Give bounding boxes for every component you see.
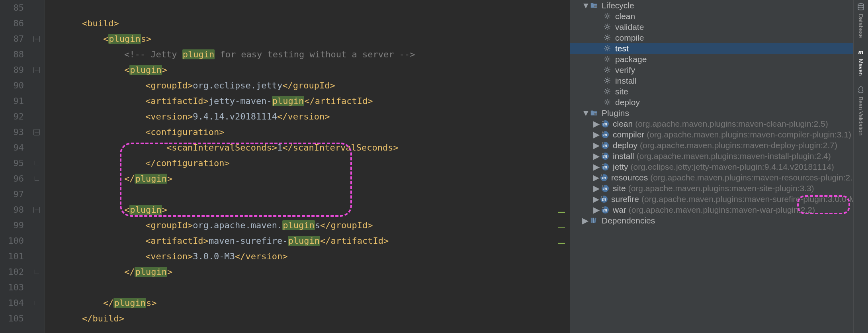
maven-tool-window[interactable]: ▼Lifecyclecleanvalidatecompiletestpackag… (570, 0, 853, 333)
folder-gear-icon (590, 109, 598, 118)
tree-label: site (615, 86, 628, 97)
toolwindow-tab-label: Database (858, 14, 864, 38)
line-number: 103 (0, 280, 29, 295)
tree-expand-closed-icon[interactable]: ▶ (593, 204, 600, 215)
toolwindow-tab-maven[interactable]: Maven (857, 48, 864, 76)
code-line[interactable]: <scanIntervalSeconds>1</scanIntervalSeco… (45, 140, 570, 155)
code-line[interactable]: <version>9.4.14.v20181114</version> (45, 109, 570, 124)
lifecycle-item-compile[interactable]: compile (570, 32, 853, 43)
code-line[interactable]: <plugins> (45, 31, 570, 47)
plugin-item-resources[interactable]: ▶resources(org.apache.maven.plugins:mave… (570, 172, 853, 183)
tree-detail: (org.apache.maven.plugins:maven-clean-pl… (635, 118, 828, 129)
code-line[interactable] (45, 186, 570, 202)
tree-label: validate (615, 22, 644, 32)
gear-icon (603, 87, 612, 96)
lifecycle-item-install[interactable]: install (570, 75, 853, 86)
code-line[interactable]: <artifactId>maven-surefire-plugin</artif… (45, 233, 570, 249)
code-line[interactable]: <plugin> (45, 202, 570, 217)
plugin-item-jetty[interactable]: ▶jetty(org.eclipse.jetty:jetty-maven-plu… (570, 161, 853, 172)
gear-icon (603, 33, 612, 42)
tree-expand-closed-icon[interactable]: ▶ (593, 151, 600, 161)
tree-detail: (org.apache.maven.plugins:maven-install-… (637, 151, 831, 161)
fold-collapse-icon[interactable] (33, 207, 40, 213)
lifecycle-item-verify[interactable]: verify (570, 65, 853, 75)
code-line[interactable]: <!-- Jetty plugin for easy testing witho… (45, 47, 570, 62)
maven-plugin-icon (601, 130, 610, 139)
code-line[interactable]: </build> (45, 311, 570, 326)
plugin-item-install[interactable]: ▶install(org.apache.maven.plugins:maven-… (570, 151, 853, 161)
plugin-item-deploy[interactable]: ▶deploy(org.apache.maven.plugins:maven-d… (570, 140, 853, 151)
gear-icon (603, 66, 612, 74)
plugin-item-war[interactable]: ▶war(org.apache.maven.plugins:maven-war-… (570, 204, 853, 215)
code-line[interactable]: <configuration> (45, 124, 570, 140)
fold-slot (29, 124, 45, 140)
gear-icon (603, 12, 612, 21)
tree-expand-closed-icon[interactable]: ▶ (593, 129, 600, 140)
tree-node-lifecycle[interactable]: ▼Lifecycle (570, 0, 853, 11)
tree-label: clean (615, 11, 635, 22)
tree-expand-closed-icon[interactable]: ▶ (593, 172, 599, 183)
code-line[interactable]: <build> (45, 16, 570, 31)
lifecycle-item-test[interactable]: test (570, 43, 853, 54)
code-line[interactable]: </plugin> (45, 171, 570, 186)
fold-slot (29, 16, 45, 31)
toolwindow-tab-bean-validation[interactable]: Bean Validation (857, 86, 864, 135)
code-line[interactable]: </plugin> (45, 264, 570, 280)
tree-node-dependencies[interactable]: ▶Dependencies (570, 215, 853, 226)
fold-collapse-icon[interactable] (33, 36, 40, 42)
maven-plugin-icon (601, 119, 610, 128)
gear-icon (603, 55, 612, 64)
tree-label: install (613, 151, 634, 161)
code-line[interactable]: <groupId>org.eclipse.jetty</groupId> (45, 78, 570, 93)
line-number: 93 (0, 124, 29, 140)
line-number: 99 (0, 217, 29, 233)
fold-slot (29, 155, 45, 171)
fold-gutter (29, 0, 45, 333)
line-number: 95 (0, 155, 29, 171)
maven-plugin-icon (601, 163, 610, 171)
diff-add-marker: — (558, 204, 565, 218)
fold-slot (29, 171, 45, 186)
database-icon (857, 3, 864, 12)
code-line[interactable] (45, 280, 570, 295)
tree-label: install (615, 75, 637, 86)
tree-node-plugins[interactable]: ▼Plugins (570, 108, 853, 118)
fold-slot (29, 109, 45, 124)
lifecycle-item-site[interactable]: site (570, 86, 853, 97)
tree-expand-closed-icon[interactable]: ▶ (593, 118, 600, 129)
tree-expand-open-icon[interactable]: ▼ (582, 0, 589, 11)
code-line[interactable]: <artifactId>jetty-maven-plugin</artifact… (45, 93, 570, 109)
lifecycle-item-clean[interactable]: clean (570, 11, 853, 22)
tree-expand-closed-icon[interactable]: ▶ (593, 161, 600, 172)
code-line[interactable]: <groupId>org.apache.maven.plugins</group… (45, 217, 570, 233)
fold-slot (29, 186, 45, 202)
toolwindow-tab-database[interactable]: Database (857, 3, 864, 38)
fold-collapse-icon[interactable] (33, 129, 40, 135)
tree-expand-closed-icon[interactable]: ▶ (582, 215, 589, 226)
plugin-item-site[interactable]: ▶site(org.apache.maven.plugins:maven-sit… (570, 183, 853, 194)
tree-label: jetty (613, 161, 628, 172)
gear-icon (603, 98, 612, 107)
plugin-item-clean[interactable]: ▶clean(org.apache.maven.plugins:maven-cl… (570, 118, 853, 129)
lifecycle-item-package[interactable]: package (570, 54, 853, 65)
tree-expand-open-icon[interactable]: ▼ (582, 108, 589, 118)
fold-slot (29, 0, 45, 16)
code-line[interactable]: <plugin> (45, 62, 570, 78)
code-line[interactable]: <version>3.0.0-M3</version> (45, 249, 570, 264)
plugin-item-compiler[interactable]: ▶compiler(org.apache.maven.plugins:maven… (570, 129, 853, 140)
tree-expand-closed-icon[interactable]: ▶ (593, 183, 600, 194)
fold-collapse-icon[interactable] (33, 67, 40, 73)
code-line[interactable] (45, 0, 570, 16)
line-number: 94 (0, 140, 29, 155)
maven-plugin-icon (601, 141, 610, 150)
code-line[interactable]: </configuration> (45, 155, 570, 171)
code-line[interactable]: </plugins> (45, 295, 570, 311)
tree-label: verify (615, 65, 635, 75)
plugin-item-surefire[interactable]: ▶surefire(org.apache.maven.plugins:maven… (570, 194, 853, 204)
lifecycle-item-deploy[interactable]: deploy (570, 97, 853, 108)
maven-plugin-icon (600, 195, 608, 204)
tree-expand-closed-icon[interactable]: ▶ (593, 140, 600, 151)
tree-expand-closed-icon[interactable]: ▶ (593, 194, 599, 204)
code-editor[interactable]: <build> <plugins> <!-- Jetty plugin for … (45, 0, 570, 333)
lifecycle-item-validate[interactable]: validate (570, 22, 853, 32)
